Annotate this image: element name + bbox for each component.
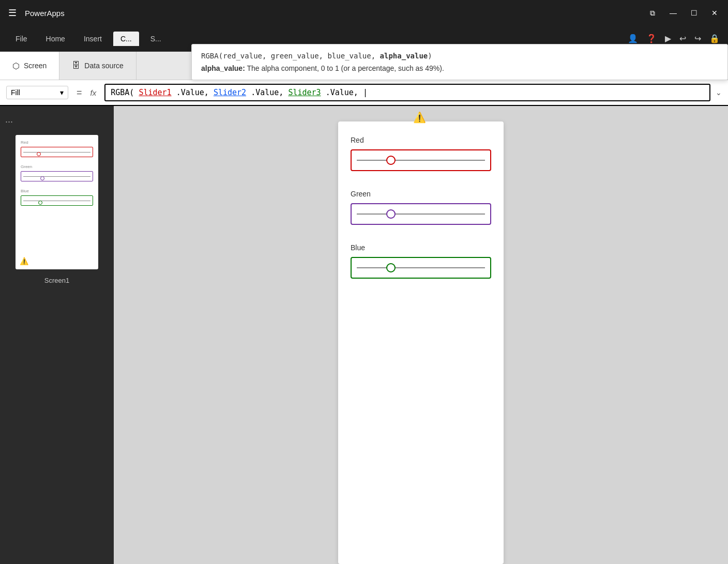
formula-rgba-prefix: RGBA( — [111, 88, 139, 97]
datasource-tab-label: Data source — [84, 62, 123, 70]
screen-thumbnail[interactable]: Red Green Blue — [16, 135, 98, 269]
tab-screen[interactable]: ⬡ Screen — [0, 52, 59, 80]
tooltip-signature: RGBA(red_value, green_value, blue_value,… — [201, 52, 718, 60]
formula-slider2: Slider2 — [214, 88, 246, 97]
green-slider-thumb[interactable] — [386, 209, 396, 219]
green-slider-widget[interactable] — [351, 203, 491, 225]
formula-value3: .Value, — [326, 88, 363, 97]
equals-sign: = — [77, 87, 82, 98]
thumb-red-thumb — [37, 152, 41, 156]
formula-expand-icon[interactable]: ⌄ — [716, 88, 722, 97]
thumb-red-slider — [21, 147, 93, 157]
blue-slider-thumb[interactable] — [386, 263, 396, 272]
play-icon[interactable]: ▶ — [665, 34, 671, 43]
thumb-green-track — [23, 176, 90, 177]
left-panel: ··· Red Green — [0, 106, 114, 564]
green-slider-label: Green — [351, 190, 491, 198]
datasource-tab-icon: 🗄 — [72, 61, 80, 70]
thumb-green-thumb — [40, 176, 44, 180]
thumb-blue-track — [23, 201, 90, 201]
canvas-area: ⚠️ Red Green — [114, 106, 728, 564]
thumbnail-warning-icon: ⚠️ — [20, 257, 28, 265]
red-slider-label: Red — [351, 136, 491, 144]
formula-slider3: Slider3 — [288, 88, 321, 97]
lock-icon[interactable]: 🔒 — [709, 34, 720, 43]
blue-slider-track — [357, 267, 485, 268]
formula-bar-wrapper: Fill ▾ = fx RGBA( Slider1 .Value, Slider… — [0, 80, 728, 106]
menu-file[interactable]: File — [8, 32, 35, 46]
screen-options-icon[interactable]: ··· — [5, 116, 13, 127]
menu-home[interactable]: Home — [39, 32, 72, 46]
fx-label: fx — [90, 88, 97, 97]
app-title: PowerApps — [25, 9, 647, 18]
formula-bar: Fill ▾ = fx RGBA( Slider1 .Value, Slider… — [0, 80, 728, 106]
screen-tab-label: Screen — [24, 62, 47, 70]
tooltip-description-text: The alpha component, 0 to 1 (or a percen… — [247, 64, 444, 72]
formula-value2: .Value, — [251, 88, 288, 97]
hamburger-menu-icon[interactable]: ☰ — [8, 7, 17, 19]
thumb-red-section: Red — [21, 140, 93, 157]
close-icon[interactable]: ✕ — [709, 9, 720, 18]
thumb-green-label: Green — [21, 164, 93, 169]
formula-value1: .Value, — [176, 88, 214, 97]
blue-slider-widget[interactable] — [351, 257, 491, 279]
thumb-red-label: Red — [21, 140, 93, 145]
menu-settings[interactable]: S... — [143, 32, 169, 46]
blue-slider-section: Blue — [351, 243, 491, 279]
thumb-blue-slider — [21, 195, 93, 206]
tooltip-description: alpha_value: The alpha component, 0 to 1… — [201, 64, 718, 72]
redo-icon[interactable]: ↪ — [694, 34, 701, 43]
property-label: Fill — [11, 88, 20, 97]
app-card: Red Green Blue — [338, 121, 504, 564]
tooltip-param-label: alpha_value: — [201, 64, 245, 72]
formula-slider1: Slider1 — [139, 88, 171, 97]
blue-slider-label: Blue — [351, 243, 491, 252]
green-slider-track — [357, 214, 485, 215]
canvas-warning-icon: ⚠️ — [413, 111, 426, 124]
property-dropdown-arrow: ▾ — [60, 88, 64, 97]
undo-icon[interactable]: ↩ — [679, 34, 686, 43]
formula-input[interactable]: RGBA( Slider1 .Value, Slider2 .Value, Sl… — [104, 84, 710, 101]
thumb-green-section: Green — [21, 164, 93, 181]
thumb-green-slider — [21, 171, 93, 181]
thumb-blue-thumb — [38, 201, 42, 205]
formula-cursor: | — [363, 88, 368, 97]
autocomplete-tooltip: RGBA(red_value, green_value, blue_value,… — [191, 44, 728, 80]
main-area: ··· Red Green — [0, 106, 728, 564]
restore-icon[interactable]: ☐ — [689, 9, 699, 18]
window-controls: ⧉ — ☐ ✕ — [647, 9, 720, 18]
title-bar: ☰ PowerApps ⧉ — ☐ ✕ — [0, 0, 728, 26]
red-slider-track — [357, 160, 485, 161]
green-slider-section: Green — [351, 190, 491, 225]
red-slider-widget[interactable] — [351, 149, 491, 171]
red-slider-section: Red — [351, 136, 491, 171]
tab-datasource[interactable]: 🗄 Data source — [59, 52, 136, 80]
menu-insert[interactable]: Insert — [77, 32, 109, 46]
thumb-red-track — [23, 152, 90, 153]
screen-name-label: Screen1 — [44, 277, 69, 284]
thumb-blue-label: Blue — [21, 189, 93, 193]
menu-controls[interactable]: C... — [113, 32, 139, 46]
red-slider-thumb[interactable] — [386, 156, 396, 165]
maximize-icon[interactable]: ⧉ — [647, 9, 658, 18]
help-icon[interactable]: ❓ — [646, 34, 657, 43]
property-selector[interactable]: Fill ▾ — [6, 86, 68, 99]
toolbar-right: 👤 ❓ ▶ ↩ ↪ 🔒 — [628, 34, 720, 43]
minimize-icon[interactable]: — — [668, 9, 678, 18]
thumb-blue-section: Blue — [21, 189, 93, 206]
tooltip-highlighted-param: alpha_value — [380, 52, 428, 60]
user-icon[interactable]: 👤 — [628, 34, 638, 43]
screen-tab-icon: ⬡ — [12, 61, 20, 71]
